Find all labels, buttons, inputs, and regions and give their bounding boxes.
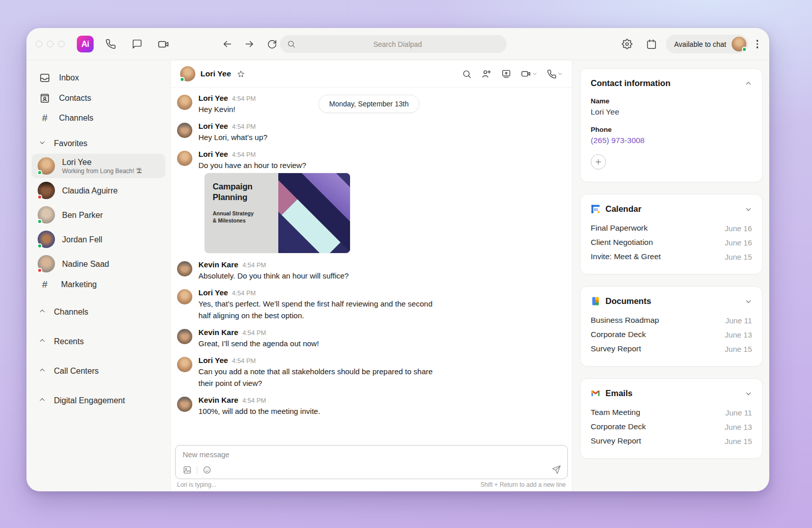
email-item[interactable]: Corporate Deck June 13	[591, 420, 752, 434]
search-input[interactable]	[296, 40, 500, 48]
attach-image-button[interactable]	[183, 465, 192, 475]
availability-menu[interactable]: Available to chat	[666, 35, 748, 53]
sidebar-item-inbox[interactable]: Inbox	[32, 68, 165, 88]
chat-contact-name: Lori Yee	[200, 69, 231, 78]
avatar	[177, 123, 192, 138]
minimize-window-button[interactable]	[47, 41, 53, 47]
settings-button[interactable]	[617, 35, 636, 54]
emoji-button[interactable]	[202, 465, 212, 475]
contact-information-card: Contact information Name Lori Yee Phone …	[580, 68, 763, 182]
expand-card-button[interactable]	[745, 206, 752, 213]
phone-icon	[105, 39, 116, 49]
recents-section-header[interactable]: Recents	[32, 331, 165, 352]
message-text: Can you add a note that all stakeholders…	[198, 366, 443, 389]
overflow-menu-button[interactable]	[753, 37, 762, 51]
avatar	[177, 289, 192, 304]
person-add-icon	[481, 69, 491, 79]
dialpad-logo: Ai	[77, 36, 94, 52]
document-item[interactable]: Corporate Deck June 13	[591, 327, 752, 342]
documents-card: Documents Business Roadmap June 11 Corpo…	[580, 286, 763, 367]
video-call-button[interactable]	[521, 69, 537, 79]
card-title: Calendar	[605, 204, 642, 214]
calendar-card: 31 Calendar Final Paperwork June 16 Clie…	[580, 194, 763, 274]
refresh-button[interactable]	[262, 35, 281, 54]
digital-engagement-section-header[interactable]: Digital Engagement	[32, 391, 165, 411]
favorites-section-header[interactable]: Favorites	[32, 133, 165, 154]
add-person-button[interactable]	[481, 69, 491, 79]
svg-text:31: 31	[594, 207, 598, 212]
document-item[interactable]: Survey Report June 15	[591, 342, 752, 356]
forward-button[interactable]	[240, 35, 259, 54]
sidebar-favorite-claudia-aguirre[interactable]: Claudia Aguirre	[32, 178, 165, 203]
context-panel: Contact information Name Lori Yee Phone …	[573, 61, 769, 491]
sidebar-favorite-lori-yee[interactable]: Lori Yee Working from Long Beach! 🏝	[32, 154, 165, 178]
sidebar-item-contacts[interactable]: Contacts	[32, 88, 165, 108]
video-camera-icon	[521, 69, 531, 79]
message-sender: Kevin Kare	[198, 260, 238, 269]
expand-card-button[interactable]	[745, 298, 752, 305]
calendar-button[interactable]	[642, 35, 661, 54]
sidebar-favorite-jordan-fell[interactable]: Jordan Fell	[32, 227, 165, 252]
chat-bubble-icon	[132, 39, 142, 49]
message-list: Monday, September 13th Lori Yee 4:54 PM …	[171, 88, 572, 445]
divider	[197, 466, 197, 474]
availability-label: Available to chat	[674, 40, 726, 48]
chevron-up-icon	[745, 80, 752, 87]
presence-dot	[742, 47, 747, 52]
message-input[interactable]	[183, 451, 561, 459]
calls-tab-button[interactable]	[101, 35, 120, 54]
sidebar-item-channels[interactable]: # Channels	[32, 108, 165, 127]
search-in-conversation-button[interactable]	[462, 69, 472, 79]
avatar	[177, 95, 192, 110]
message-text: Absolutely. Do you think an hour will su…	[198, 270, 349, 282]
message-text: Hey Lori, what’s up?	[198, 131, 268, 143]
contact-phone-link[interactable]: (265) 973-3008	[591, 136, 752, 145]
message-text: 100%, will add to the meeting invite.	[198, 405, 320, 417]
emails-card: Emails Team Meeting June 11 Corporate De…	[580, 378, 763, 459]
chevron-up-icon	[39, 337, 46, 344]
message-composer[interactable]	[175, 445, 568, 479]
sidebar-favorite-ben-parker[interactable]: Ben Parker	[32, 203, 165, 227]
document-item[interactable]: Business Roadmap June 11	[591, 313, 752, 327]
typing-indicator: Lori is typing...	[177, 481, 216, 488]
sidebar: Inbox Contacts # Channels Favorites Lori…	[26, 61, 170, 491]
avatar	[177, 329, 192, 344]
channels-section-header[interactable]: Channels	[32, 302, 165, 322]
hash-icon: #	[42, 113, 48, 123]
back-button[interactable]	[217, 35, 237, 54]
card-title: Contact information	[591, 78, 671, 88]
presence-dot	[37, 219, 42, 224]
call-button[interactable]	[547, 69, 563, 79]
calendar-item[interactable]: Final Paperwork June 16	[591, 221, 752, 235]
share-screen-button[interactable]	[501, 69, 511, 79]
calendar-item[interactable]: Invite: Meet & Greet June 15	[591, 249, 752, 264]
zoom-window-button[interactable]	[58, 41, 65, 47]
meetings-tab-button[interactable]	[154, 35, 173, 54]
collapse-card-button[interactable]	[745, 80, 752, 87]
phone-label: Phone	[591, 126, 752, 133]
call-centers-section-header[interactable]: Call Centers	[32, 361, 165, 381]
image-attachment[interactable]: Campaign Planning Annual Strategy & Mile…	[205, 173, 350, 253]
google-docs-icon	[591, 296, 600, 306]
attachment-cover-text: Campaign Planning Annual Strategy & Mile…	[205, 173, 278, 253]
calendar-item[interactable]: Client Negotiation June 16	[591, 235, 752, 249]
expand-card-button[interactable]	[745, 390, 752, 397]
sidebar-favorite-marketing[interactable]: # Marketing	[32, 276, 165, 293]
calendar-icon	[646, 39, 657, 49]
add-contact-field-button[interactable]	[591, 154, 606, 170]
send-button[interactable]	[552, 465, 561, 475]
avatar	[177, 357, 192, 372]
message-text: Do you have an hour to review?	[198, 159, 306, 171]
favorite-star-button[interactable]	[237, 70, 245, 78]
email-item[interactable]: Survey Report June 15	[591, 434, 752, 448]
messages-tab-button[interactable]	[127, 35, 147, 54]
chevron-down-icon	[745, 206, 752, 213]
presence-dot	[37, 243, 42, 248]
screen-share-icon	[501, 69, 511, 79]
sidebar-favorite-nadine-saad[interactable]: Nadine Saad	[32, 252, 165, 276]
top-bar: Ai	[26, 28, 769, 60]
close-window-button[interactable]	[36, 41, 42, 47]
chevron-up-icon	[39, 308, 46, 315]
chevron-down-icon	[745, 390, 752, 397]
email-item[interactable]: Team Meeting June 11	[591, 405, 752, 420]
